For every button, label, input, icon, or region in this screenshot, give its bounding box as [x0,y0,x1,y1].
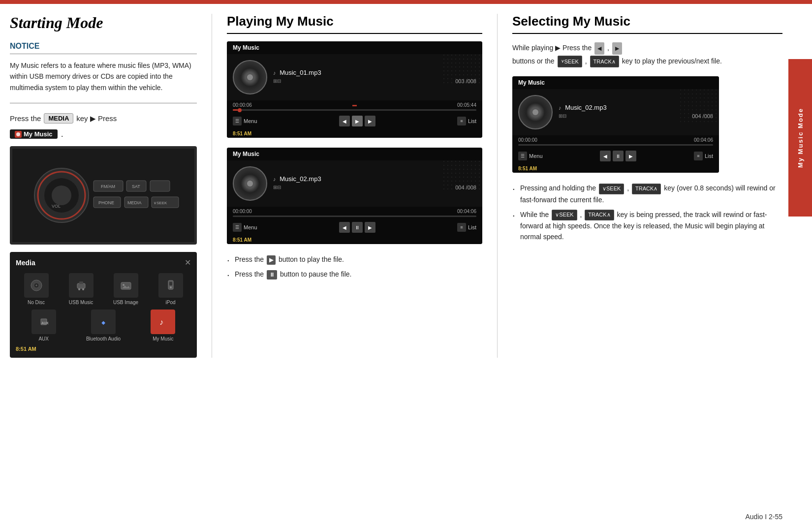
key-instruction: Press the MEDIA key ▶ Press [10,113,197,124]
player-time-2: 8:51 AM [227,236,482,244]
player-disc-1 [233,60,267,94]
notice-text: My Music refers to a feature where music… [10,60,197,93]
progress-bar-1: 00:00:06 ▬ 00:05:44 [227,100,482,113]
bullet-hold: Pressing and holding the ∨SEEK , TRACK∧ … [512,183,782,205]
media-item-no-disc[interactable]: No Disc [16,273,57,306]
svg-point-26 [123,284,125,286]
player-header-select: My Music [512,76,719,89]
player-disc-inner-2 [247,181,253,186]
left-arrow-btn[interactable]: ◀ [594,42,604,55]
svg-text:MEDIA: MEDIA [127,200,142,205]
bluetooth-label: Bluetooth Audio [86,336,121,342]
media-item-aux[interactable]: AUX AUX [16,310,71,342]
top-bar [0,0,812,4]
next-btn-select[interactable]: ▶ [625,151,636,161]
media-item-bluetooth[interactable]: ⬥ Bluetooth Audio [75,310,131,342]
media-close-btn[interactable]: ✕ [185,258,191,267]
intro-line3: key to play the previous/next file. [622,57,722,65]
media-item-ipod[interactable]: iPod [150,273,191,306]
progress-track-2 [233,216,476,217]
right-arrow-btn[interactable]: ▶ [612,42,622,55]
player-eq-1: ⊞⊟ [273,78,281,84]
track-note-1: ♪ [273,70,276,76]
menu-label-select: Menu [529,153,543,159]
bottom-time-select: 8:51 AM [518,166,537,171]
list-btn-1[interactable]: ≡ List [457,117,476,125]
media-item-my-music[interactable]: ♪ My Music [135,310,191,342]
svg-text:♪: ♪ [159,318,163,326]
list-btn-2[interactable]: ≡ List [457,223,476,232]
media-item-usb-image[interactable]: USB Image [105,273,146,306]
usb-image-icon [114,273,138,298]
ipod-icon [158,273,183,298]
next-btn-1[interactable]: ▶ [365,116,375,126]
intro-line2: buttons or the [512,57,555,65]
media-grid-row1: No Disc USB Music USB Image [16,273,191,306]
svg-rect-21 [77,283,85,288]
my-music-button[interactable]: My Music [10,129,58,139]
list-icon-2: ≡ [457,223,466,232]
player-header-1: My Music [227,41,482,54]
svg-text:PHONE: PHONE [98,200,114,205]
track-key-btn[interactable]: TRACK∧ [590,56,619,68]
playing-bullets: Press the ▶ button to play the file. Pre… [227,254,482,280]
player-controls-select: ☰ Menu ◀ ⏸ ▶ ≡ List [512,148,719,164]
my-music-item-icon: ♪ [151,310,175,334]
menu-icon-select: ☰ [518,152,527,160]
player-disc-2 [233,166,267,201]
play-btn-1[interactable]: ▶ [352,116,363,126]
bullet-while: While the ∨SEEK , TRACK∧ key is being pr… [512,209,782,243]
notice-bottom-divider [10,103,197,103]
prev-btn-select[interactable]: ◀ [600,151,611,161]
track-name-2: Music_02.mp3 [280,175,321,183]
seek-down-arrow: ∨ [561,57,564,65]
prev-btn-1[interactable]: ◀ [339,116,350,126]
time-end-select: 00:04:06 [694,137,713,143]
selecting-title: Selecting My Music [512,14,782,34]
next-btn-2[interactable]: ▶ [365,222,375,233]
track-inline-btn-2: TRACK∧ [585,210,614,220]
menu-btn-1[interactable]: ☰ Menu [233,117,257,125]
pause-btn-select[interactable]: ⏸ [613,151,624,161]
intro-line1: While playing ▶ Press the [512,44,592,52]
pause-btn-2[interactable]: ⏸ [352,222,363,233]
player-controls-2: ☰ Menu ◀ ⏸ ▶ ≡ List [227,219,482,236]
svg-point-29 [170,286,172,288]
playing-title: Playing My Music [227,14,482,34]
player-disc-inner-select [532,109,538,115]
page-number: Audio I 2-55 [746,513,783,521]
no-disc-label: No Disc [28,300,45,306]
progress-track-1 [233,109,476,111]
bullet-pause-post: button to pause the file. [280,270,352,278]
progress-bar-2: 00:00:00 00:04:06 [227,207,482,219]
player-time-1: 8:51 AM [227,129,482,138]
svg-text:SAT: SAT [132,184,140,189]
media-item-usb-music[interactable]: USB Music [61,273,101,306]
menu-icon-1: ☰ [233,117,242,125]
player-eq-select: ⊞⊟ [559,113,566,119]
starting-mode-title: Starting Mode [10,14,197,32]
menu-btn-2[interactable]: ☰ Menu [233,223,257,232]
time-end-1: 00:05:44 [457,102,476,108]
media-key-btn[interactable]: MEDIA [44,113,73,124]
svg-rect-30 [169,282,172,285]
bullet-pause-pre: Press the [235,270,264,278]
media-time: 8:51 AM [16,346,191,352]
menu-btn-select[interactable]: ☰ Menu [518,152,543,160]
list-label-2: List [468,224,476,230]
list-label-1: List [468,118,476,124]
svg-rect-38 [443,160,482,190]
prev-btn-2[interactable]: ◀ [339,222,350,233]
player-controls-1: ☰ Menu ◀ ▶ ▶ ≡ List [227,113,482,129]
svg-text:⬥: ⬥ [101,318,106,326]
list-btn-select[interactable]: ≡ List [694,152,713,160]
ipod-label: iPod [165,300,175,306]
player-body-select: ♪ Music_02.mp3 ⊞⊟ 004 /008 [512,89,719,135]
track-name-1: Music_01.mp3 [280,69,321,76]
svg-text:∨SEEK: ∨SEEK [154,201,167,205]
car-image: VOL FM/AM SAT PHONE MEDIA ∨SEEK [10,146,197,245]
dot-pattern-1 [443,54,482,84]
svg-rect-22 [79,281,83,284]
seek-key-btn[interactable]: ∨SEEK [558,56,582,68]
nav-arrows-select: ◀ ⏸ ▶ [600,151,636,161]
